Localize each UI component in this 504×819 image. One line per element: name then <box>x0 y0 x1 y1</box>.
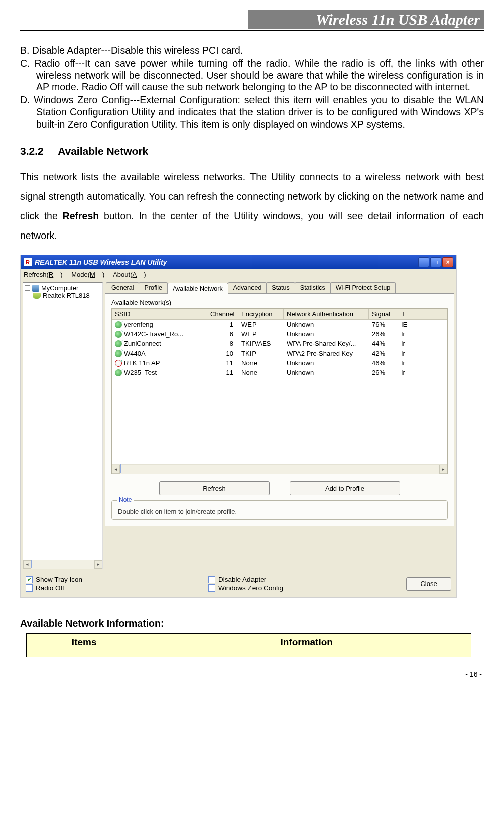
list-scroll-left-icon[interactable]: ◄ <box>112 465 120 474</box>
close-button[interactable]: Close <box>406 577 451 591</box>
signal-icon <box>115 360 122 367</box>
signal-icon <box>115 340 122 347</box>
network-row[interactable]: ZuniConnect8TKIP/AESWPA Pre-Shared Key/.… <box>112 339 447 348</box>
col-auth[interactable]: Network Authentication <box>284 309 369 319</box>
radio-off-label: Radio Off <box>36 584 64 592</box>
refresh-button[interactable]: Refresh <box>159 481 270 495</box>
zero-config-checkbox[interactable] <box>208 584 215 592</box>
signal-icon <box>115 350 122 357</box>
radio-off-checkbox[interactable] <box>26 584 33 592</box>
col-channel[interactable]: Channel <box>207 309 238 319</box>
menu-mode[interactable]: Mode(M) <box>71 271 104 278</box>
list-scroll-right-icon[interactable]: ► <box>439 465 447 474</box>
scroll-thumb[interactable] <box>31 560 32 568</box>
note-legend: Note <box>117 496 134 503</box>
zero-config-label: Windows Zero Config <box>218 584 283 592</box>
network-row[interactable]: W142C-Travel_Ro...6WEPUnknown26%Ir <box>112 329 447 339</box>
page-number: - 16 - <box>20 670 484 678</box>
tree-collapse-icon[interactable]: − <box>25 285 30 291</box>
auth-value: Unknown <box>284 369 369 376</box>
tree-root[interactable]: MyComputer <box>41 284 78 292</box>
section-title: Available Network <box>58 145 148 157</box>
network-row[interactable]: W440A10TKIPWPA2 Pre-Shared Key42%Ir <box>112 348 447 358</box>
section-number: 3.2.2 <box>20 145 44 157</box>
tab-statistics[interactable]: Statistics <box>295 282 331 293</box>
tab-advanced[interactable]: Advanced <box>228 282 267 293</box>
scroll-right-icon[interactable]: ► <box>94 560 102 569</box>
col-signal[interactable]: Signal <box>369 309 398 319</box>
tab-strip: General Profile Available Network Advanc… <box>106 282 454 293</box>
tab-wifi-protect[interactable]: Wi-Fi Protect Setup <box>330 282 396 293</box>
network-row[interactable]: W235_Test11NoneUnknown26%Ir <box>112 368 447 377</box>
encryption-value: WEP <box>238 330 284 338</box>
list-scroll-thumb[interactable] <box>120 464 121 473</box>
header-rule <box>20 30 484 31</box>
section-heading: 3.2.2 Available Network <box>20 145 484 157</box>
menu-refresh[interactable]: Refresh(R) <box>24 271 63 278</box>
close-window-button[interactable]: × <box>442 257 453 267</box>
tree-child[interactable]: Realtek RTL818 <box>43 292 90 299</box>
type-value: Ir <box>398 349 413 357</box>
network-row[interactable]: RTK 11n AP11NoneUnknown46%Ir <box>112 358 447 368</box>
add-to-profile-button[interactable]: Add to Profile <box>290 481 400 495</box>
encryption-value: TKIP <box>238 349 284 357</box>
signal-value: 44% <box>369 340 398 347</box>
type-value: IE <box>398 321 413 328</box>
auth-value: Unknown <box>284 321 369 328</box>
info-th-information: Information <box>142 634 471 657</box>
encryption-value: None <box>238 369 284 376</box>
utility-window: R REALTEK 11n USB Wireless LAN Utility _… <box>20 255 457 598</box>
col-enc[interactable]: Encryption <box>238 309 284 319</box>
computer-icon <box>32 285 39 292</box>
window-title: REALTEK 11n USB Wireless LAN Utility <box>35 258 167 266</box>
ssid-value: W142C-Travel_Ro... <box>124 330 183 338</box>
maximize-button[interactable]: □ <box>430 257 441 267</box>
channel-value: 6 <box>207 330 238 338</box>
device-tree[interactable]: − MyComputer Realtek RTL818 ◄ ► <box>23 282 103 569</box>
menubar: Refresh(R) Mode(M) About(A) <box>21 269 456 280</box>
ssid-value: W235_Test <box>124 369 157 376</box>
menu-about[interactable]: About(A) <box>113 271 146 278</box>
type-value: Ir <box>398 330 413 338</box>
col-ssid[interactable]: SSID <box>112 309 207 319</box>
type-value: Ir <box>398 359 413 367</box>
note-text: Double click on item to join/create prof… <box>118 508 237 515</box>
channel-value: 8 <box>207 340 238 347</box>
network-list[interactable]: SSID Channel Encryption Network Authenti… <box>111 308 448 474</box>
encryption-value: None <box>238 359 284 367</box>
auth-value: WPA2 Pre-Shared Key <box>284 349 369 357</box>
encryption-value: WEP <box>238 321 284 328</box>
encryption-value: TKIP/AES <box>238 340 284 347</box>
list-header[interactable]: SSID Channel Encryption Network Authenti… <box>112 309 447 320</box>
signal-value: 76% <box>369 321 398 328</box>
show-tray-checkbox[interactable]: ✔ <box>26 576 33 583</box>
channel-value: 11 <box>207 369 238 376</box>
tree-scrollbar[interactable]: ◄ ► <box>23 560 102 569</box>
para-zero-config: D. Windows Zero Config---External Config… <box>20 94 484 130</box>
ssid-value: yerenfeng <box>124 321 153 328</box>
show-tray-label: Show Tray Icon <box>36 576 82 583</box>
app-icon: R <box>24 258 32 266</box>
scroll-left-icon[interactable]: ◄ <box>23 560 31 569</box>
network-row[interactable]: yerenfeng1WEPUnknown76%IE <box>112 320 447 329</box>
signal-value: 26% <box>369 330 398 338</box>
para-disable-adapter: B. Disable Adapter---Disable this wirele… <box>20 45 484 57</box>
tab-available-network[interactable]: Available Network <box>167 283 228 294</box>
titlebar[interactable]: R REALTEK 11n USB Wireless LAN Utility _… <box>21 255 456 269</box>
tab-general[interactable]: General <box>106 282 139 293</box>
signal-value: 26% <box>369 369 398 376</box>
info-heading: Available Network Information: <box>20 618 484 629</box>
list-scrollbar[interactable]: ◄ ► <box>112 464 447 474</box>
signal-icon <box>115 331 122 338</box>
disable-adapter-checkbox[interactable] <box>208 576 215 583</box>
auth-value: Unknown <box>284 330 369 338</box>
tab-profile[interactable]: Profile <box>139 282 167 293</box>
col-type[interactable]: T <box>398 309 413 319</box>
section-body: This network lists the available wireles… <box>20 167 484 246</box>
ssid-value: W440A <box>124 349 146 357</box>
minimize-button[interactable]: _ <box>418 257 429 267</box>
info-table: Items Information <box>26 633 471 657</box>
para-radio-off: C. Radio off---It can save power while t… <box>20 58 484 93</box>
tab-status[interactable]: Status <box>266 282 295 293</box>
ssid-value: ZuniConnect <box>124 340 161 347</box>
